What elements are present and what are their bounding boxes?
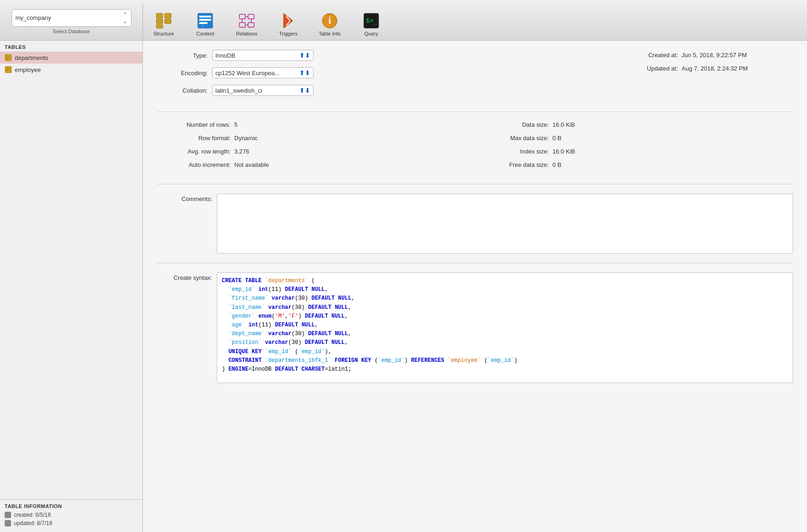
structure-icon (155, 12, 172, 29)
max-data-size-label: Max data size: (475, 135, 549, 142)
type-select[interactable]: InnoDB ⬆⬇ (212, 50, 314, 61)
chevron-updown-icon: ⌃⌄ (123, 12, 127, 24)
free-data-size-value: 0 B (552, 161, 562, 168)
svg-rect-8 (199, 22, 208, 24)
tableinfo-label: Table Info (319, 31, 341, 36)
top-form-area: Type: InnoDB ⬆⬇ Encoding: cp1252 West Eu… (157, 50, 793, 112)
collation-label: Collation: (157, 87, 208, 94)
sidebar-info-title: TABLE INFORMATION (5, 503, 138, 509)
collation-select[interactable]: latin1_swedish_ci ⬆⬇ (212, 85, 314, 96)
created-label: Created at: (632, 52, 678, 59)
syntax-code-block: CREATE TABLE `departments` ( `emp_id` in… (217, 272, 793, 383)
sidebar: TABLES departments employee TABLE INFORM… (0, 41, 143, 532)
encoding-row: Encoding: cp1252 West Europea... ⬆⬇ (157, 67, 632, 78)
sidebar-bottom: TABLE INFORMATION created: 6/5/18 update… (0, 499, 142, 532)
relations-icon (238, 12, 255, 29)
db-select-value: my_company (16, 14, 51, 21)
auto-increment-label: Auto increment: (157, 161, 231, 168)
sidebar-table-name: employee (15, 66, 41, 73)
index-size-row: Index size: 16.0 KiB (475, 148, 793, 155)
avg-row-length-value: 3,276 (234, 148, 249, 155)
sidebar-created-label: created: 6/5/18 (14, 512, 51, 518)
svg-marker-18 (284, 13, 293, 28)
type-value: InnoDB (215, 52, 235, 59)
db-select-caption: Select Database (53, 29, 90, 34)
row-format-value: Dynamic (234, 135, 258, 142)
comments-textarea[interactable] (217, 194, 793, 254)
encoding-label: Encoding: (157, 70, 208, 77)
syntax-label: Create syntax: (157, 272, 212, 281)
free-data-size-label: Free data size: (475, 161, 549, 168)
triggers-icon (280, 12, 297, 29)
query-icon: $>_ (363, 12, 380, 29)
left-form: Type: InnoDB ⬆⬇ Encoding: cp1252 West Eu… (157, 50, 632, 102)
svg-rect-12 (239, 23, 245, 27)
relations-label: Relations (236, 31, 257, 36)
auto-increment-value: Not available (234, 161, 269, 168)
sidebar-info-updated: updated: 8/7/18 (5, 520, 138, 526)
encoding-select[interactable]: cp1252 West Europea... ⬆⬇ (212, 67, 314, 78)
comments-label: Comments: (157, 194, 212, 202)
content-area: Type: InnoDB ⬆⬇ Encoding: cp1252 West Eu… (143, 41, 807, 532)
content-label: Content (196, 31, 214, 36)
index-size-value: 16.0 KiB (552, 148, 575, 155)
svg-text:i: i (328, 14, 331, 26)
free-data-size-row: Free data size: 0 B (475, 161, 793, 168)
row-format-label: Row format: (157, 135, 231, 142)
sidebar-table-name: departments (15, 54, 48, 61)
syntax-section: Create syntax: CREATE TABLE `departments… (157, 272, 793, 383)
toolbar-item-tableinfo[interactable]: i Table Info (309, 10, 350, 38)
svg-rect-0 (156, 13, 163, 18)
svg-rect-3 (165, 19, 171, 24)
stats-section: Number of rows: 5 Data size: 16.0 KiB Ro… (157, 121, 793, 184)
updated-label: Updated at: (632, 65, 678, 72)
max-data-size-value: 0 B (552, 135, 562, 142)
type-label: Type: (157, 52, 208, 59)
toolbar-item-triggers[interactable]: Triggers (267, 10, 309, 38)
row-format-row: Row format: Dynamic (157, 135, 475, 142)
svg-rect-7 (199, 19, 211, 21)
updated-value: Aug 7, 2018, 2:24:32 PM (682, 65, 748, 72)
main-layout: TABLES departments employee TABLE INFORM… (0, 41, 807, 532)
data-size-label: Data size: (475, 121, 549, 128)
comments-section: Comments: (157, 194, 793, 263)
toolbar-item-relations[interactable]: Relations (226, 10, 267, 38)
database-selector: my_company ⌃⌄ Select Database (0, 3, 143, 40)
table-icon (5, 66, 12, 73)
db-select-control[interactable]: my_company ⌃⌄ (12, 9, 131, 27)
svg-rect-25 (5, 54, 12, 61)
sidebar-updated-label: updated: 8/7/18 (14, 520, 52, 526)
tableinfo-icon: i (321, 12, 338, 29)
avg-row-length-row: Avg. row length: 3,276 (157, 148, 475, 155)
query-label: Query (364, 31, 378, 36)
structure-label: Structure (154, 31, 174, 36)
auto-increment-row: Auto increment: Not available (157, 161, 475, 168)
index-size-label: Index size: (475, 148, 549, 155)
updated-row: Updated at: Aug 7, 2018, 2:24:32 PM (632, 65, 793, 72)
data-size-row: Data size: 16.0 KiB (475, 121, 793, 128)
num-rows-label: Number of rows: (157, 121, 231, 128)
info-dot-icon (5, 520, 11, 526)
tables-section-title: TABLES (0, 41, 142, 52)
svg-rect-2 (165, 13, 171, 18)
toolbar-item-query[interactable]: $>_ Query (350, 10, 392, 38)
svg-rect-4 (156, 24, 163, 28)
sidebar-info-created: created: 6/5/18 (5, 512, 138, 518)
toolbar-items: Structure Content (143, 3, 392, 40)
svg-rect-13 (248, 23, 254, 27)
svg-rect-1 (156, 19, 163, 24)
svg-rect-11 (248, 14, 254, 19)
toolbar-item-structure[interactable]: Structure (143, 10, 184, 38)
collation-value: latin1_swedish_ci (215, 87, 262, 94)
select-arrow-icon: ⬆⬇ (299, 69, 310, 77)
svg-text:$>_: $>_ (366, 17, 378, 24)
info-dot-icon (5, 512, 11, 518)
svg-rect-29 (5, 66, 12, 73)
right-meta: Created at: Jun 5, 2018, 9:22:57 PM Upda… (632, 50, 793, 72)
data-size-value: 16.0 KiB (552, 121, 575, 128)
max-data-size-row: Max data size: 0 B (475, 135, 793, 142)
num-rows-value: 5 (234, 121, 237, 128)
toolbar-item-content[interactable]: Content (184, 10, 226, 38)
sidebar-item-departments[interactable]: departments (0, 52, 142, 64)
sidebar-item-employee[interactable]: employee (0, 64, 142, 76)
